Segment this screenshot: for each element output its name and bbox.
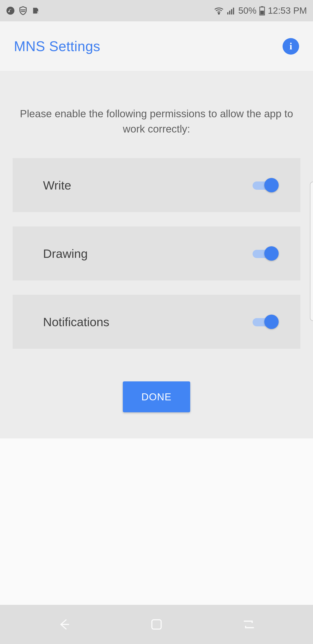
toggle-drawing[interactable] xyxy=(253,248,279,259)
back-button[interactable] xyxy=(56,616,72,632)
svg-rect-2 xyxy=(227,12,229,14)
done-row: DONE xyxy=(12,382,301,412)
permission-label: Drawing xyxy=(43,246,88,261)
toggle-write[interactable] xyxy=(253,180,279,190)
permission-label: Write xyxy=(43,178,71,192)
nav-bar xyxy=(0,605,313,644)
status-left-icons xyxy=(6,6,40,16)
permissions-description: Please enable the following permissions … xyxy=(12,95,301,158)
wifi-icon xyxy=(214,6,224,16)
permission-item-notifications: Notifications xyxy=(12,295,301,349)
info-button[interactable]: i xyxy=(283,38,299,54)
music-icon xyxy=(6,6,15,15)
status-bar: 50% 12:53 PM xyxy=(0,0,313,21)
svg-point-1 xyxy=(218,13,220,14)
toggle-thumb xyxy=(264,178,279,192)
svg-rect-3 xyxy=(229,11,230,14)
done-button[interactable]: DONE xyxy=(123,382,190,412)
toggle-thumb xyxy=(264,246,279,261)
svg-rect-4 xyxy=(231,9,232,14)
svg-point-0 xyxy=(6,7,14,15)
svg-rect-7 xyxy=(261,6,264,8)
content-area: Please enable the following permissions … xyxy=(0,71,313,438)
battery-icon xyxy=(259,6,265,16)
permission-item-write: Write xyxy=(12,158,301,212)
app-bar: MNS Settings i xyxy=(0,21,313,71)
battery-text: 50% xyxy=(238,6,257,16)
permission-item-drawing: Drawing xyxy=(12,226,301,280)
toggle-thumb xyxy=(264,314,279,329)
toggle-notifications[interactable] xyxy=(253,316,279,327)
home-button[interactable] xyxy=(150,618,163,632)
svg-rect-9 xyxy=(152,620,161,629)
sim-icon xyxy=(31,6,40,15)
shield-icon xyxy=(18,6,28,16)
svg-rect-8 xyxy=(260,11,264,14)
time-text: 12:53 PM xyxy=(268,6,307,16)
blank-area xyxy=(0,438,313,600)
permission-list: Write Drawing Notifications xyxy=(12,158,301,349)
permission-label: Notifications xyxy=(43,315,109,329)
status-right: 50% 12:53 PM xyxy=(214,6,307,16)
svg-rect-5 xyxy=(233,8,234,14)
edge-panel-handle[interactable] xyxy=(310,182,313,321)
page-title: MNS Settings xyxy=(14,38,100,54)
info-icon: i xyxy=(290,41,292,52)
signal-icon xyxy=(227,6,236,15)
recents-button[interactable] xyxy=(241,616,257,632)
